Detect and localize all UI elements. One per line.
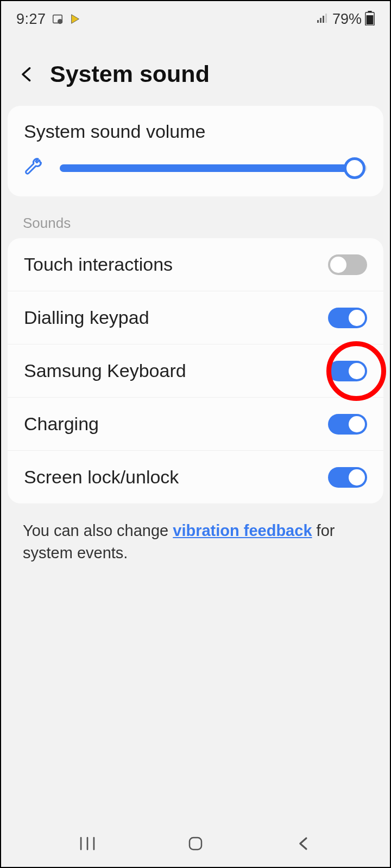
list-item[interactable]: Samsung Keyboard (8, 344, 383, 398)
svg-rect-12 (190, 838, 201, 850)
toggle-knob (349, 363, 365, 379)
battery-icon (365, 11, 375, 28)
footer-text: You can also change vibration feedback f… (1, 503, 390, 580)
svg-rect-3 (320, 18, 321, 23)
status-right: 79% (317, 11, 375, 28)
toggle-knob (330, 257, 346, 273)
status-bar: 9:27 79% (1, 1, 390, 34)
nav-back-button[interactable] (290, 833, 317, 854)
sounds-list: Touch interactionsDialling keypadSamsung… (8, 238, 383, 503)
item-label: Samsung Keyboard (24, 360, 186, 381)
list-item[interactable]: Dialling keypad (8, 291, 383, 344)
list-item[interactable]: Touch interactions (8, 238, 383, 291)
recent-apps-icon (78, 837, 97, 851)
navigation-bar (1, 825, 390, 867)
svg-rect-2 (317, 20, 319, 23)
item-label: Charging (24, 413, 99, 435)
footer-prefix: You can also change (23, 522, 173, 539)
volume-label: System sound volume (24, 121, 367, 142)
item-label: Dialling keypad (24, 307, 149, 328)
list-item[interactable]: Charging (8, 398, 383, 451)
toggle-knob (349, 469, 365, 486)
slider-track-fill (60, 164, 355, 172)
volume-slider[interactable] (60, 157, 367, 179)
svg-rect-8 (367, 15, 374, 24)
chevron-left-icon (295, 835, 312, 852)
list-item[interactable]: Screen lock/unlock (8, 451, 383, 503)
toggle-knob (349, 310, 365, 326)
svg-point-1 (58, 19, 62, 24)
item-label: Screen lock/unlock (24, 467, 179, 488)
toggle-switch[interactable] (328, 361, 367, 381)
toggle-switch[interactable] (328, 467, 367, 488)
home-icon (187, 835, 204, 852)
status-left: 9:27 (16, 11, 81, 28)
app-icon (69, 13, 81, 25)
page-title: System sound (50, 61, 210, 87)
svg-rect-4 (323, 16, 324, 23)
volume-card: System sound volume (8, 106, 383, 196)
vibration-feedback-link[interactable]: vibration feedback (173, 522, 312, 539)
item-label: Touch interactions (24, 254, 173, 275)
signal-icon (317, 13, 329, 25)
toggle-switch[interactable] (328, 308, 367, 328)
battery-percentage: 79% (332, 11, 362, 28)
wrench-icon (24, 157, 43, 179)
slider-thumb[interactable] (344, 157, 365, 179)
page-header: System sound (1, 34, 390, 106)
volume-slider-row (24, 157, 367, 179)
notification-icon (52, 13, 64, 25)
svg-rect-5 (325, 14, 327, 23)
status-time: 9:27 (16, 11, 46, 28)
recent-apps-button[interactable] (74, 833, 101, 854)
back-button[interactable] (16, 64, 37, 85)
toggle-knob (349, 416, 365, 432)
home-button[interactable] (182, 833, 209, 854)
toggle-switch[interactable] (328, 254, 367, 275)
chevron-left-icon (17, 65, 36, 84)
sounds-section-label: Sounds (1, 206, 390, 238)
toggle-switch[interactable] (328, 414, 367, 435)
